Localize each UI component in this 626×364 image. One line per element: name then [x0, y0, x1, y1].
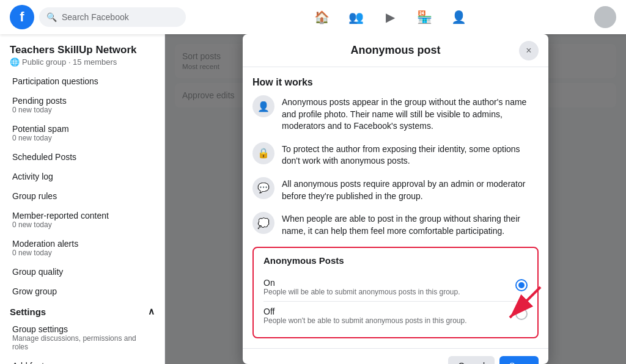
chevron-up-icon: ∧ — [148, 306, 155, 317]
sidebar-item-pending-posts[interactable]: Pending posts 0 new today — [2, 91, 162, 119]
modal-body: How it works 👤 Anonymous posts appear in… — [243, 67, 548, 348]
radio-off-sublabel: People won't be able to submit anonymous… — [263, 316, 515, 325]
chat-icon: 💬 — [252, 177, 274, 199]
main-content: Sort posts Most recent Approve edits Ano… — [165, 34, 626, 364]
info-text-0: Anonymous posts appear in the group with… — [282, 95, 539, 133]
sidebar-item-group-quality[interactable]: Group quality — [2, 262, 162, 282]
modal-title: Anonymous post — [351, 44, 441, 57]
sidebar-item-group-settings[interactable]: Group settings Manage discussions, permi… — [2, 319, 162, 356]
info-item-3: 💭 When people are able to post in the gr… — [252, 212, 539, 237]
group-name: Teachers SkillUp Network — [0, 42, 164, 57]
sidebar-item-activity-log[interactable]: Activity log — [2, 167, 162, 186]
modal-header: Anonymous post × — [243, 34, 548, 67]
speech-icon: 💭 — [252, 212, 274, 234]
sidebar-item-potential-spam[interactable]: Potential spam 0 new today — [2, 119, 162, 147]
sidebar-item-moderation-alerts[interactable]: Moderation alerts 0 new today — [2, 234, 162, 262]
info-text-2: All anonymous posts require approval by … — [282, 177, 539, 202]
save-button[interactable]: Save — [499, 356, 539, 364]
profile-nav-button[interactable]: 👤 — [444, 6, 473, 28]
search-icon: 🔍 — [46, 12, 57, 22]
radio-on-circle[interactable] — [515, 279, 528, 291]
radio-label-on: On People will be able to submit anonymo… — [263, 278, 515, 296]
modal-footer: Cancel Save — [243, 348, 548, 364]
info-text-1: To protect the author from exposing thei… — [282, 142, 539, 167]
info-item-0: 👤 Anonymous posts appear in the group wi… — [252, 95, 539, 133]
radio-on-label: On — [263, 278, 515, 288]
sidebar-item-member-reported[interactable]: Member-reported content 0 new today — [2, 206, 162, 234]
modal-overlay: Anonymous post × How it works 👤 Anonymou… — [165, 34, 626, 364]
radio-on-sublabel: People will be able to submit anonymous … — [263, 288, 515, 296]
how-it-works-title: How it works — [252, 77, 539, 88]
search-bar[interactable]: 🔍 Search Facebook — [39, 7, 186, 27]
sidebar-item-group-rules[interactable]: Group rules — [2, 186, 162, 206]
group-meta: 🌐 Public group · 15 members — [0, 57, 164, 71]
nav-icons: 🏠 👥 ▶ 🏪 👤 — [191, 6, 589, 28]
anon-section-title: Anonymous Posts — [263, 255, 528, 266]
friends-nav-button[interactable]: 👥 — [341, 6, 370, 28]
top-navigation: f 🔍 Search Facebook 🏠 👥 ▶ 🏪 👤 — [0, 0, 626, 34]
sidebar-item-add-features[interactable]: Add features Choose post formats, badges… — [2, 356, 162, 364]
modal-close-button[interactable]: × — [519, 41, 539, 60]
settings-section-header[interactable]: Settings ∧ — [0, 301, 164, 319]
info-item-1: 🔒 To protect the author from exposing th… — [252, 142, 539, 167]
cancel-button[interactable]: Cancel — [448, 356, 495, 364]
radio-option-on[interactable]: On People will be able to submit anonymo… — [263, 273, 528, 301]
lock-icon: 🔒 — [252, 142, 274, 164]
facebook-logo: f — [10, 5, 34, 29]
nav-right — [594, 6, 616, 28]
sidebar: Teachers SkillUp Network 🌐 Public group … — [0, 34, 165, 364]
page-layout: Teachers SkillUp Network 🌐 Public group … — [0, 34, 626, 364]
person-icon: 👤 — [252, 95, 274, 117]
sidebar-item-participation[interactable]: Participation questions — [2, 71, 162, 91]
radio-off-label: Off — [263, 307, 515, 316]
watch-nav-button[interactable]: ▶ — [375, 6, 405, 28]
marketplace-nav-button[interactable]: 🏪 — [410, 6, 439, 28]
sidebar-item-grow-group[interactable]: Grow group — [2, 282, 162, 301]
anonymous-posts-section: Anonymous Posts On People will be able t… — [252, 247, 539, 338]
home-nav-button[interactable]: 🏠 — [307, 6, 336, 28]
search-placeholder: Search Facebook — [62, 12, 129, 22]
radio-option-off[interactable]: Off People won't be able to submit anony… — [263, 301, 528, 330]
user-avatar[interactable] — [594, 6, 616, 28]
anonymous-post-modal: Anonymous post × How it works 👤 Anonymou… — [243, 34, 548, 364]
radio-off-circle[interactable] — [515, 308, 528, 320]
radio-label-off: Off People won't be able to submit anony… — [263, 307, 515, 325]
sidebar-item-scheduled-posts[interactable]: Scheduled Posts — [2, 147, 162, 167]
info-item-2: 💬 All anonymous posts require approval b… — [252, 177, 539, 202]
globe-icon: 🌐 — [10, 57, 20, 67]
info-text-3: When people are able to post in the grou… — [282, 212, 539, 237]
